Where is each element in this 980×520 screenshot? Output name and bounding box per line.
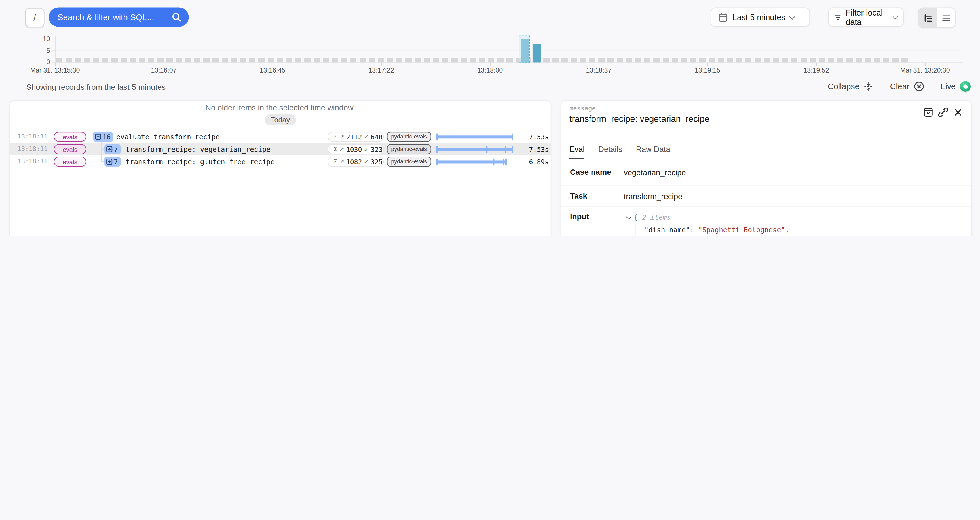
tree-connector (101, 149, 104, 149)
filter-icon (834, 13, 842, 22)
tabs-divider (561, 157, 971, 157)
trace-row[interactable]: 13:18:11 evals 7 transform_recipe: glute… (10, 155, 551, 168)
clear-button[interactable]: Clear (890, 81, 924, 92)
items-count-note: 2 items (642, 214, 671, 222)
output-tokens: 323 (371, 145, 383, 152)
y-axis-label: 0 (35, 58, 50, 65)
package-badge: pydantic-evals (387, 156, 431, 166)
live-indicator-icon (960, 81, 970, 92)
child-count-badge[interactable]: 16 (93, 132, 113, 142)
calendar-icon (718, 12, 728, 22)
list-view-icon (941, 13, 951, 23)
slash-shortcut-key[interactable]: / (25, 8, 44, 27)
child-count-badge[interactable]: 7 (104, 144, 120, 154)
filter-local-data-button[interactable]: Filter local data (828, 7, 904, 27)
input-label: Input (570, 212, 589, 221)
x-axis-label: 13:16:45 (260, 66, 285, 74)
token-usage-badge: Σ ↗1030 ↙323 (328, 144, 383, 154)
x-axis-label: 13:18:00 (477, 66, 503, 74)
case-name-value: vegetarian_recipe (624, 168, 686, 177)
collapse-node-icon (95, 134, 101, 140)
copy-link-icon[interactable] (938, 107, 948, 117)
token-usage-badge: Σ ↗1082 ↙325 (328, 156, 383, 166)
close-icon[interactable] (953, 107, 963, 117)
y-axis-tick (52, 62, 55, 63)
duration-bar (436, 145, 513, 154)
expand-node-icon (107, 159, 113, 165)
sum-icon: Σ (334, 158, 337, 165)
duration-bar (436, 157, 513, 166)
x-axis-label: Mar 31. 13:15:30 (30, 66, 80, 74)
clear-icon (914, 81, 924, 92)
collapse-button[interactable]: Collapse (828, 82, 873, 92)
collapse-icon (864, 82, 873, 92)
input-tokens-icon: ↗ (339, 133, 345, 140)
y-axis-line (55, 36, 56, 63)
shortcut-key-label: / (33, 13, 36, 22)
showing-records-text: Showing records from the last 5 minutes (26, 83, 166, 92)
x-axis-tick (272, 63, 273, 66)
detail-actions (923, 107, 963, 117)
sum-icon: Σ (334, 133, 337, 140)
list-view-button[interactable] (937, 8, 955, 27)
span-name: evaluate transform_recipe (116, 133, 220, 141)
trace-row[interactable]: 13:18:11 evals 7 transform_recipe: veget… (10, 143, 551, 155)
detail-title: transform_recipe: vegetarian_recipe (570, 114, 710, 124)
row-timestamp: 13:18:11 (18, 158, 48, 165)
package-badge: pydantic-evals (387, 132, 431, 141)
open-in-drawer-icon[interactable] (923, 107, 933, 117)
live-toggle[interactable]: Live (940, 81, 970, 92)
x-axis-label: 13:19:15 (695, 66, 720, 74)
row-timestamp: 13:18:11 (18, 146, 48, 152)
search-button[interactable]: Search & filter with SQL... (49, 7, 189, 27)
x-axis-tick (490, 63, 490, 66)
output-tokens: 325 (371, 158, 383, 165)
case-name-row: Case name vegetarian_recipe (561, 160, 971, 186)
task-row: Task transform_recipe (561, 186, 971, 207)
clear-label: Clear (890, 82, 909, 91)
trace-list-panel: No older items in the selected time wind… (10, 100, 551, 236)
timeline-now-dashes (56, 58, 908, 62)
tree-view-button[interactable] (919, 8, 937, 27)
x-axis-label: 13:18:37 (586, 66, 611, 74)
x-axis-line (55, 62, 963, 63)
x-axis-label: 13:16:07 (151, 66, 177, 74)
y-axis-tick (52, 39, 55, 40)
x-axis-tick (816, 63, 817, 66)
collapse-chevron-icon[interactable] (626, 214, 632, 220)
child-count: 7 (114, 145, 118, 153)
search-label: Search & filter with SQL... (57, 13, 154, 22)
trace-row[interactable]: 13:18:11 evals 16 evaluate transform_rec… (10, 130, 551, 143)
expand-node-icon (107, 146, 113, 152)
x-axis-tick (925, 63, 926, 66)
output-tokens-icon: ↙ (364, 133, 369, 140)
input-row: Input { 2 items dish_name: Spaghetti Bol… (561, 207, 971, 236)
status-actions: Collapse Clear Live (828, 81, 970, 92)
x-axis-tick (55, 63, 56, 66)
scope-tag[interactable]: evals (54, 157, 86, 166)
empty-notice: No older items in the selected time wind… (10, 104, 551, 113)
child-count-badge[interactable]: 7 (104, 157, 120, 166)
tree-view-icon (923, 13, 933, 23)
detail-panel: message transform_recipe: vegetarian_rec… (561, 100, 972, 236)
date-chip: Today (264, 114, 296, 125)
json-line: { 2 items (627, 212, 963, 224)
x-axis-label: Mar 31. 13:20:30 (900, 66, 950, 74)
time-range-button[interactable]: Last 5 minutes (711, 7, 810, 27)
search-icon (172, 13, 181, 22)
sum-icon: Σ (334, 146, 337, 152)
json-guide-line (636, 224, 636, 236)
row-timestamp: 13:18:11 (18, 133, 48, 140)
gridline (55, 51, 963, 51)
scope-tag[interactable]: evals (54, 132, 86, 142)
duration-label: 7.53s (514, 133, 549, 140)
input-tokens: 1030 (346, 145, 362, 152)
token-usage-badge: Σ ↗2112 ↙648 (328, 132, 383, 141)
tree-connector (101, 142, 102, 162)
scope-tag[interactable]: evals (54, 144, 86, 154)
x-axis-label: 13:19:52 (803, 66, 829, 74)
timeline-bar[interactable] (533, 43, 541, 62)
duration-label: 7.53s (514, 146, 549, 153)
duration-label: 6.89s (514, 158, 549, 165)
gridline (55, 39, 963, 40)
